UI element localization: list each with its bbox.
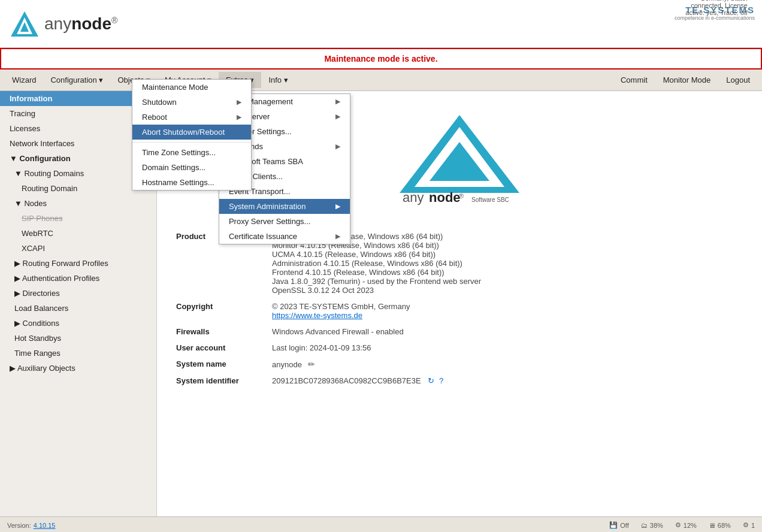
- sidebar-item-load-balancers[interactable]: Load Balancers: [0, 301, 156, 316]
- user-account-label: User account: [171, 340, 267, 356]
- footer-right: 💾 Off 🗂 38% ⚙ 12% 🖥 68% ⚙ 1: [609, 521, 755, 529]
- network-icon: 🖥: [709, 522, 715, 529]
- sidebar-item-time-ranges[interactable]: Time Ranges: [0, 346, 156, 361]
- submenu-arrow-cert: ▶: [335, 232, 340, 240]
- submenu-reboot[interactable]: Reboot ▶: [132, 110, 251, 125]
- svg-text:node: node: [429, 190, 461, 205]
- menu-proxy-server[interactable]: Proxy Server Settings...: [219, 214, 350, 229]
- footer-network: 🖥 68%: [709, 522, 731, 529]
- submenu-arrow-reboot: ▶: [237, 113, 241, 121]
- nav-info[interactable]: Info ▾: [261, 72, 295, 88]
- firewalls-label: Firewalls: [171, 324, 267, 340]
- submenu-shutdown[interactable]: Shutdown ▶: [132, 95, 251, 110]
- svg-text:Software SBC: Software SBC: [471, 197, 509, 203]
- sidebar-item-xcapi[interactable]: XCAPI: [0, 241, 156, 256]
- footer-alerts: ⚙ 1: [743, 521, 755, 529]
- alerts-icon: ⚙: [743, 521, 749, 529]
- sidebar-item-routing-forward-profiles[interactable]: ▶ Routing Forward Profiles: [0, 256, 156, 271]
- submenu-arrow-web-server: ▶: [335, 113, 340, 120]
- copyright-row: Copyright © 2023 TE-SYSTEMS GmbH, German…: [171, 298, 748, 324]
- hdd-icon: 💾: [609, 521, 618, 529]
- submenu-arrow-backends: ▶: [335, 143, 340, 150]
- anynode-a-icon: [10, 9, 40, 39]
- te-systems-badge: TE-SYSTEMS competence in e-communication…: [675, 5, 755, 21]
- system-id-label: System identifier: [171, 373, 267, 389]
- submenu-maintenance-mode[interactable]: Maintenance Mode: [132, 80, 251, 95]
- submenu-domain-settings[interactable]: Domain Settings...: [132, 160, 251, 175]
- nav-commit[interactable]: Commit: [613, 72, 655, 88]
- copyright-label: Copyright: [171, 298, 267, 324]
- submenu-timezone[interactable]: Time Zone Settings...: [132, 145, 251, 160]
- nav-configuration[interactable]: Configuration ▾: [43, 72, 110, 88]
- main-layout: Information Tracing Licenses Network Int…: [0, 91, 762, 516]
- submenu-arrow-sys-admin: ▶: [335, 202, 340, 210]
- menu-cert-issuance[interactable]: Certificate Issuance ▶: [219, 229, 350, 244]
- submenu-arrow-user-mgmt: ▶: [335, 98, 340, 105]
- logo-text: anynode®: [44, 14, 117, 34]
- help-icon[interactable]: ?: [439, 376, 443, 385]
- anynode-product-logo: any node ® Software SBC: [394, 109, 525, 205]
- svg-text:®: ®: [459, 192, 464, 200]
- sidebar-item-auth-profiles[interactable]: ▶ Authentication Profiles: [0, 271, 156, 286]
- svg-text:any: any: [403, 190, 424, 205]
- sidebar-item-hot-standbys[interactable]: Hot Standbys: [0, 331, 156, 346]
- edit-pencil-icon[interactable]: ✏: [308, 359, 315, 369]
- submenu-abort-shutdown[interactable]: Abort Shutdown/Reboot: [132, 125, 251, 140]
- sidebar-item-directories[interactable]: ▶ Directories: [0, 286, 156, 301]
- sidebar-item-nodes[interactable]: ▼ Nodes: [0, 196, 156, 211]
- system-name-value: anynode ✏: [267, 356, 748, 373]
- nav-wizard[interactable]: Wizard: [5, 72, 43, 88]
- system-name-row: System name anynode ✏: [171, 356, 748, 373]
- copyright-value: © 2023 TE-SYSTEMS GmbH, Germany https://…: [267, 298, 748, 324]
- user-account-value: Last login: 2024-01-09 13:56: [267, 340, 748, 356]
- sidebar-item-conditions[interactable]: ▶ Conditions: [0, 316, 156, 331]
- nav-monitor-mode[interactable]: Monitor Mode: [656, 72, 718, 88]
- menu-system-admin[interactable]: System Administration ▶: [219, 199, 350, 214]
- te-systems-link[interactable]: https://www.te-systems.de: [272, 311, 362, 320]
- nav-logout[interactable]: Logout: [719, 72, 757, 88]
- sidebar-item-sip-phones[interactable]: SIP Phones: [0, 211, 156, 226]
- system-id-value: 209121BC07289368AC0982CC9B6B7E3E ↻ ?: [267, 373, 748, 389]
- firewalls-row: Firewalls Windows Advanced Firewall - en…: [171, 324, 748, 340]
- sys-admin-submenu: Maintenance Mode Shutdown ▶ Reboot ▶ Abo…: [132, 79, 252, 191]
- submenu-arrow-shutdown: ▶: [237, 98, 241, 106]
- footer: Version: 4.10.15 💾 Off 🗂 38% ⚙ 12% 🖥 68%…: [0, 516, 762, 532]
- footer-memory: 🗂 38%: [641, 522, 663, 529]
- footer-hdd: 💾 Off: [609, 521, 628, 529]
- system-id-row: System identifier 209121BC07289368AC0982…: [171, 373, 748, 389]
- submenu-hostname-settings[interactable]: Hostname Settings...: [132, 175, 251, 190]
- header: anynode® TE-SYSTEMS competence in e-comm…: [0, 0, 762, 48]
- nav-right-items: Commit Monitor Mode Logout: [613, 72, 757, 88]
- firewalls-value: Windows Advanced Firewall - enabled: [267, 324, 748, 340]
- user-info: User: anadmin (write access), Session ti…: [675, 0, 748, 16]
- sidebar-item-webrtc[interactable]: WebRTC: [0, 226, 156, 241]
- cpu-icon: ⚙: [675, 521, 681, 529]
- logo-area: anynode®: [10, 9, 117, 39]
- user-account-row: User account Last login: 2024-01-09 13:5…: [171, 340, 748, 356]
- memory-icon: 🗂: [641, 522, 648, 529]
- info-details-table: Product anynode 4.10.15 (Release, Window…: [171, 228, 748, 389]
- submenu-divider: [132, 142, 251, 143]
- maintenance-banner: Maintenance mode is active.: [0, 48, 762, 69]
- refresh-icon[interactable]: ↻: [428, 376, 434, 385]
- footer-version: Version: 4.10.15: [7, 522, 55, 529]
- navbar: Wizard Configuration ▾ Objects ▾ My Acco…: [0, 69, 762, 91]
- system-name-label: System name: [171, 356, 267, 373]
- sidebar-item-auxiliary-objects[interactable]: ▶ Auxiliary Objects: [0, 361, 156, 376]
- content-info-table: Product anynode 4.10.15 (Release, Window…: [157, 219, 762, 398]
- footer-cpu: ⚙ 12%: [675, 521, 697, 529]
